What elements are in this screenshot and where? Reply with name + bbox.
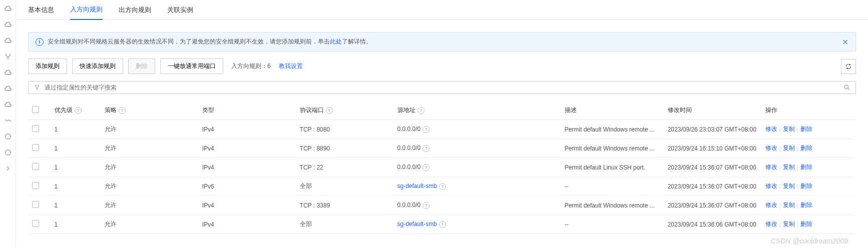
search-bar [28, 81, 856, 94]
alert-link[interactable]: 此处 [330, 38, 342, 45]
copy-link[interactable]: 复制 [783, 220, 795, 228]
cell-strategy: 允许 [101, 158, 198, 177]
cell-protocol-port: TCP : 3389 [296, 196, 393, 215]
row-checkbox[interactable] [32, 182, 39, 189]
row-checkbox[interactable] [32, 144, 39, 151]
cell-type: IPv4 [198, 196, 296, 215]
tab-basic-info[interactable]: 基本信息 [28, 0, 54, 20]
help-icon[interactable]: ? [422, 126, 429, 133]
quick-add-rule-button[interactable]: 快速添加规则 [72, 58, 123, 74]
copy-link[interactable]: 复制 [783, 201, 795, 210]
col-actions: 操作 [761, 101, 856, 120]
filter-icon[interactable] [34, 84, 41, 91]
help-icon[interactable]: ? [119, 107, 126, 114]
source-text: 0.0.0.0/0 [397, 202, 421, 208]
cloud-icon[interactable] [4, 84, 13, 93]
delete-link[interactable]: 删除 [800, 201, 812, 210]
tutorial-link[interactable]: 教我设置 [279, 62, 303, 70]
col-description: 描述 [561, 101, 664, 120]
cell-strategy: 允许 [101, 139, 198, 158]
help-icon[interactable]: ? [417, 107, 424, 114]
open-common-ports-button[interactable]: 一键放通常用端口 [160, 58, 223, 74]
cell-priority: 1 [51, 215, 101, 234]
tab-inbound-rules[interactable]: 入方向规则 [70, 0, 103, 20]
source-link[interactable]: sg-default-smb [397, 220, 437, 228]
modify-link[interactable]: 修改 [765, 125, 777, 134]
copy-link[interactable]: 复制 [783, 125, 795, 134]
close-icon[interactable]: ✕ [842, 38, 848, 47]
tab-outbound-rules[interactable]: 出方向规则 [119, 0, 151, 20]
help-icon[interactable]: ? [439, 221, 446, 228]
modify-link[interactable]: 修改 [765, 163, 777, 172]
cell-source: 0.0.0.0/0? [393, 158, 561, 177]
row-checkbox[interactable] [32, 201, 39, 208]
help-icon[interactable]: ? [326, 107, 333, 114]
cell-description: Permit default Windows remote ... [561, 196, 664, 215]
col-type: 类型 [198, 101, 296, 120]
cell-strategy: 允许 [101, 120, 198, 139]
modify-link[interactable]: 修改 [765, 144, 777, 152]
refresh-button[interactable] [841, 59, 856, 74]
help-icon[interactable]: ? [422, 145, 429, 152]
search-icon[interactable] [843, 84, 850, 91]
row-checkbox[interactable] [32, 125, 39, 132]
delete-link[interactable]: 删除 [800, 220, 812, 228]
table-header-row: 优先级? 策略? 类型 协议端口? 源地址? 描述 修改时间 操作 [28, 101, 856, 120]
wave-icon[interactable] [4, 116, 13, 125]
col-source: 源地址? [393, 101, 561, 120]
delete-link[interactable]: 删除 [800, 163, 812, 172]
cell-description: Permit default Linux SSH port. [561, 158, 664, 177]
cell-protocol-port: TCP : 22 [296, 158, 393, 177]
cloud-icon[interactable] [4, 100, 13, 109]
cell-source: 0.0.0.0/0? [393, 120, 561, 139]
help-icon[interactable]: ? [422, 164, 429, 171]
select-all-checkbox[interactable] [32, 106, 39, 113]
cell-description: -- [561, 215, 664, 234]
cell-type: IPv4 [198, 139, 296, 158]
copy-link[interactable]: 复制 [783, 163, 795, 172]
cell-modify-time: 2023/09/24 15:36:07 GMT+08:00 [664, 177, 761, 196]
row-checkbox[interactable] [32, 220, 39, 227]
svg-point-1 [5, 150, 11, 156]
help-icon[interactable]: ? [75, 107, 82, 114]
cloud-icon[interactable] [4, 4, 13, 13]
info-alert: i 安全组规则对不同规格云服务器的生效情况不同，为了避免您的安全组规则不生效，请… [28, 32, 856, 52]
toolbar: 添加规则 快速添加规则 删除 一键放通常用端口 入方向规则：6 教我设置 [28, 58, 856, 74]
delete-link[interactable]: 删除 [800, 182, 812, 190]
cell-type: IPv4 [198, 120, 296, 139]
cell-type: IPv4 [198, 158, 296, 177]
copy-link[interactable]: 复制 [783, 144, 795, 152]
copy-link[interactable]: 复制 [783, 182, 795, 190]
fork-icon[interactable] [4, 52, 13, 61]
cell-description: Permit default Windows remote ... [561, 120, 664, 139]
delete-link[interactable]: 删除 [800, 125, 812, 134]
table-row: 1 允许 IPv4 全部 sg-default-smb? -- 2023/09/… [28, 215, 856, 234]
circle-icon[interactable] [4, 132, 13, 141]
circle-icon[interactable] [4, 148, 13, 157]
cell-modify-time: 2023/09/24 15:36:07 GMT+08:00 [664, 158, 761, 177]
help-icon[interactable]: ? [439, 183, 446, 190]
cloud-icon[interactable] [4, 68, 13, 77]
alert-text: 安全组规则对不同规格云服务器的生效情况不同，为了避免您的安全组规则不生效，请您添… [48, 38, 372, 46]
source-link[interactable]: sg-default-smb [397, 182, 437, 190]
col-protocol-port: 协议端口? [296, 101, 393, 120]
search-input[interactable] [45, 84, 839, 91]
chevron-right-icon[interactable] [4, 164, 13, 173]
help-icon[interactable]: ? [422, 202, 429, 209]
row-checkbox[interactable] [32, 163, 39, 170]
cloud-icon[interactable] [4, 20, 13, 29]
delete-link[interactable]: 删除 [800, 144, 812, 152]
cloud-icon[interactable] [4, 36, 13, 45]
add-rule-button[interactable]: 添加规则 [28, 58, 67, 74]
modify-link[interactable]: 修改 [765, 220, 777, 228]
tab-related-instances[interactable]: 关联实例 [167, 0, 193, 20]
cell-priority: 1 [51, 139, 101, 158]
table-row: 1 允许 IPv4 TCP : 3389 0.0.0.0/0? Permit d… [28, 196, 856, 215]
cell-priority: 1 [51, 196, 101, 215]
cell-source: sg-default-smb? [393, 177, 561, 196]
modify-link[interactable]: 修改 [765, 201, 777, 210]
cell-protocol-port: 全部 [296, 177, 393, 196]
cell-type: IPv6 [198, 177, 296, 196]
table-row: 1 允许 IPv4 TCP : 8080 0.0.0.0/0? Permit d… [28, 120, 856, 139]
modify-link[interactable]: 修改 [765, 182, 777, 190]
